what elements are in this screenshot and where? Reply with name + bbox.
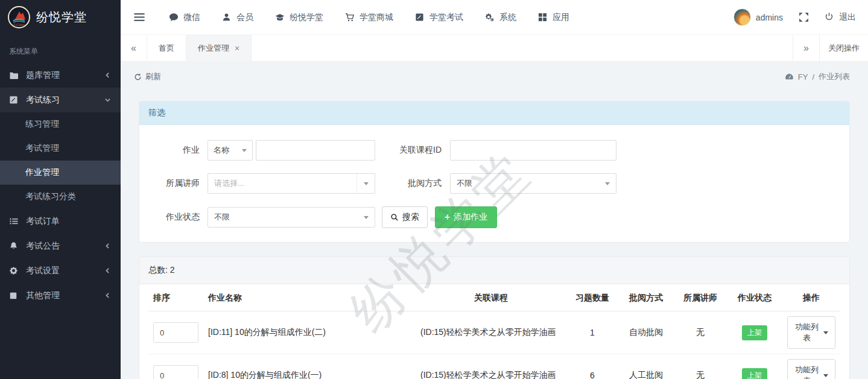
logout-button[interactable]: 退出 — [825, 12, 856, 23]
sidebar-item-label: 考试设置 — [26, 266, 60, 276]
search-button[interactable]: 搜索 — [382, 206, 428, 228]
sidebar-item-exam-orders[interactable]: 考试订单 — [0, 209, 121, 234]
tabs-scroll-right-button[interactable]: » — [793, 35, 819, 61]
function-list-dropdown[interactable]: 功能列表 — [787, 316, 835, 349]
tabs-scroll-left-button[interactable]: « — [121, 35, 147, 61]
exercise-count: 6 — [566, 354, 618, 379]
caret-down-icon — [356, 174, 375, 193]
status-badge: 上架 — [742, 368, 767, 379]
status-badge: 上架 — [742, 325, 767, 340]
avatar — [733, 8, 751, 26]
sidebar-subitem-practice-mgmt[interactable]: 练习管理 — [0, 112, 121, 136]
sort-input[interactable] — [153, 322, 198, 343]
power-icon — [825, 12, 835, 22]
sidebar-subitem-exam-category[interactable]: 考试练习分类 — [0, 185, 121, 209]
submenu-label: 作业管理 — [25, 167, 59, 178]
close-operations-dropdown[interactable]: 关闭操作 — [819, 35, 868, 61]
bell-icon — [9, 241, 19, 251]
hamburger-menu-icon[interactable] — [134, 13, 145, 22]
review-select-value: 不限 — [457, 178, 472, 189]
nav-item-exam[interactable]: 学堂考试 — [415, 12, 463, 23]
cart-icon — [345, 13, 355, 22]
caret-down-icon — [823, 374, 828, 377]
filter-form: 作业 名称 关联课程ID 所属讲师 请选择 — [139, 125, 849, 242]
function-list-dropdown[interactable]: 功能列表 — [787, 359, 835, 379]
sidebar-subitem-exam-mgmt[interactable]: 考试管理 — [0, 136, 121, 161]
user-menu[interactable]: admins — [733, 8, 783, 26]
col-sort: 排序 — [148, 284, 203, 311]
grid-icon — [538, 13, 548, 22]
fullscreen-icon[interactable] — [799, 12, 809, 22]
job-search-type-select[interactable]: 名称 — [207, 140, 253, 161]
sidebar-item-question-bank[interactable]: 题库管理 — [0, 63, 121, 88]
sidebar-item-other-mgmt[interactable]: 其他管理 — [0, 283, 121, 308]
nav-item-wechat[interactable]: 微信 — [169, 12, 200, 23]
breadcrumb-root[interactable]: FY — [798, 72, 808, 81]
chevron-left-icon — [104, 291, 112, 299]
job-name-input-wrap — [256, 140, 375, 161]
nav-item-school[interactable]: 纷悦学堂 — [275, 12, 323, 23]
search-button-label: 搜索 — [402, 212, 419, 223]
table-row: [ID:8] 10的分解与组成作业(一) (ID:15)轻松学美术之从零开始学油… — [148, 354, 840, 379]
submenu-label: 考试管理 — [25, 143, 59, 154]
nav-item-apps[interactable]: 应用 — [538, 12, 569, 23]
nav-item-members[interactable]: 会员 — [222, 12, 253, 23]
plus-icon: + — [445, 212, 450, 222]
gears-icon — [485, 13, 495, 22]
edit-square-icon — [415, 13, 425, 22]
page: FyClass 纷悦学堂 系统菜单 题库管理 考试练习 练习 — [0, 0, 868, 379]
table-header-row: 排序 作业名称 关联课程 习题数量 批阅方式 所属讲师 作业状态 操作 — [148, 284, 840, 311]
function-list-label: 功能列表 — [794, 365, 819, 379]
nav-item-system[interactable]: 系统 — [485, 12, 516, 23]
sidebar-item-label: 题库管理 — [26, 70, 60, 81]
refresh-icon — [134, 73, 142, 81]
filter-row-1: 作业 名称 关联课程ID — [148, 140, 840, 161]
brand[interactable]: FyClass 纷悦学堂 — [0, 0, 121, 34]
caret-down-icon — [364, 216, 369, 219]
edit-icon — [9, 95, 19, 105]
chevron-left-icon — [104, 242, 112, 250]
course-id-input[interactable] — [456, 146, 610, 155]
sidebar-item-label: 考试订单 — [26, 216, 60, 227]
chevron-left-icon — [104, 71, 112, 79]
tab-label: 首页 — [159, 43, 174, 54]
app-title: 纷悦学堂 — [36, 9, 87, 25]
total-value: 2 — [170, 265, 175, 275]
tab-homework-mgmt[interactable]: 作业管理 × — [186, 35, 252, 61]
nav-item-mall[interactable]: 学堂商城 — [345, 12, 393, 23]
chevron-left-icon — [104, 267, 112, 275]
nav-item-label: 应用 — [553, 12, 569, 23]
add-homework-label: 添加作业 — [454, 212, 487, 223]
job-name-input[interactable] — [262, 146, 369, 155]
sidebar-item-label: 考试公告 — [26, 241, 60, 252]
sidebar-item-exam-notice[interactable]: 考试公告 — [0, 234, 121, 258]
tab-bar-right: » 关闭操作 — [793, 35, 868, 61]
refresh-button[interactable]: 刷新 — [134, 71, 161, 82]
breadcrumb-current: 作业列表 — [819, 71, 850, 82]
sidebar-item-exam-settings[interactable]: 考试设置 — [0, 258, 121, 283]
sort-input[interactable] — [153, 365, 198, 379]
tab-home[interactable]: 首页 — [147, 35, 186, 61]
course-id-input-wrap — [450, 140, 616, 161]
navbar-right: admins 退出 — [733, 8, 856, 26]
col-teacher: 所属讲师 — [674, 284, 727, 311]
homework-table: 排序 作业名称 关联课程 习题数量 批阅方式 所属讲师 作业状态 操作 [ID:… — [148, 284, 840, 379]
exercise-count: 1 — [566, 311, 618, 354]
sidebar-item-exam-practice[interactable]: 考试练习 — [0, 88, 121, 112]
teacher-select[interactable]: 请选择... — [207, 173, 375, 194]
nav-item-label: 会员 — [236, 12, 253, 23]
teacher-select-placeholder: 请选择... — [214, 178, 244, 189]
top-navbar: 微信 会员 纷悦学堂 学堂商城 — [121, 0, 868, 34]
status-select[interactable]: 不限 — [207, 207, 375, 228]
filter-row-2: 所属讲师 请选择... 批阅方式 不限 — [148, 173, 840, 194]
table-row: [ID:11] 10的分解与组成作业(二) (ID:15)轻松学美术之从零开始学… — [148, 311, 840, 354]
tab-label: 作业管理 — [198, 43, 229, 54]
review-select[interactable]: 不限 — [450, 173, 616, 194]
graduation-cap-icon — [275, 13, 285, 22]
add-homework-button[interactable]: + 添加作业 — [435, 206, 497, 228]
sidebar-subitem-homework-mgmt[interactable]: 作业管理 — [0, 161, 121, 185]
nav-item-label: 纷悦学堂 — [290, 12, 323, 23]
refresh-label: 刷新 — [145, 71, 161, 82]
close-tab-icon[interactable]: × — [235, 43, 239, 53]
folder-icon — [9, 71, 19, 80]
